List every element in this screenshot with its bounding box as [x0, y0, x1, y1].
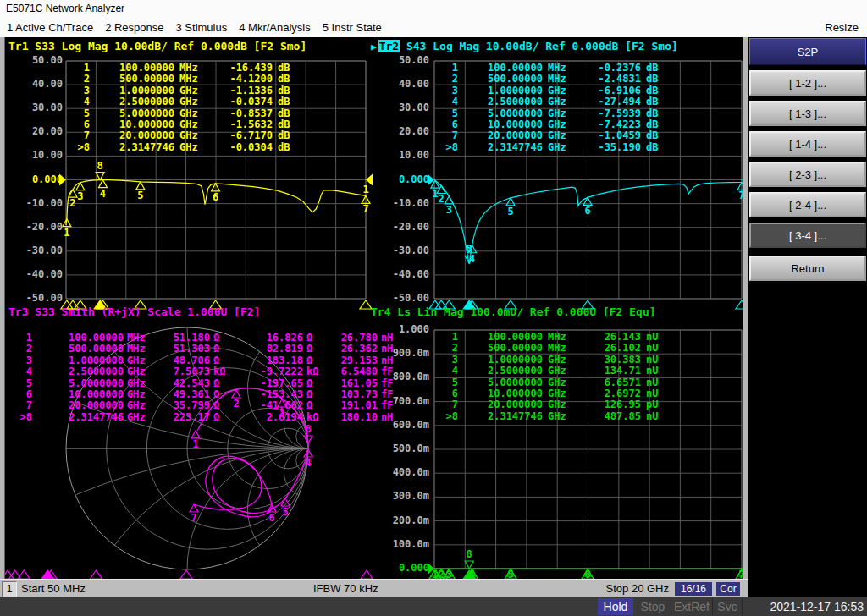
marker-8-icon[interactable]: 8	[96, 160, 104, 180]
marker-5-icon[interactable]: 5	[136, 182, 145, 201]
marker-table-row: 31.0000000GHz48.706Ω183.18Ω29.153nH	[14, 355, 401, 366]
trace-descriptor: S33 Smith (R+jX) Scale 1.000U [F2]	[28, 305, 260, 318]
marker-3-icon[interactable]: 3	[76, 183, 85, 202]
y-axis-label: 100.0m	[378, 538, 429, 550]
y-axis-label: 1.000	[378, 323, 429, 335]
marker-table-row: >82.3147746GHz223.17Ω2.6194kΩ180.10nH	[14, 411, 401, 422]
y-axis-label: 800.0m	[378, 371, 429, 382]
stop-indicator: Stop	[635, 598, 671, 615]
trace-title-tr1[interactable]: Tr1 S33 Log Mag 10.00dB/ Ref 0.000dB [F2…	[8, 40, 306, 52]
trace-name: Tr2	[378, 40, 400, 52]
marker-table-row: 31.0000000GHz-1.1336dB	[73, 85, 303, 96]
svg-text:6: 6	[268, 512, 274, 524]
svg-text:5: 5	[507, 206, 513, 217]
marker-8-icon[interactable]: 8	[465, 548, 473, 569]
stimulus-marker-icon[interactable]	[90, 570, 102, 579]
softkey-2-4[interactable]: [ 2-4 ]...	[749, 192, 866, 217]
trace-descriptor: Ls Lin Mag 100.0mU/ Ref 0.000U [F2 Equ]	[390, 305, 655, 318]
marker-table-row: 31.0000000GHz-6.9106dB	[441, 85, 671, 96]
y-axis-label: 30.00	[378, 102, 429, 113]
marker-table-row: 42.5000000GHz134.71nU	[441, 365, 671, 376]
y-axis-label: -30.00	[12, 245, 63, 256]
y-axis-label: 20.00	[12, 125, 63, 137]
svg-text:1: 1	[192, 438, 198, 450]
trace-descriptor: S33 Log Mag 10.00dB/ Ref 0.000dB [F2 Smo…	[28, 40, 306, 52]
marker-7-icon[interactable]: 7	[190, 504, 198, 524]
trigger-hold-indicator: Hold	[598, 598, 633, 615]
marker-table-row: 2500.00000MHz26.102nU	[441, 342, 671, 353]
svg-text:6: 6	[584, 205, 590, 217]
marker-table-row: 2500.00000MHz51.303Ω82.819Ω26.362nH	[14, 343, 401, 354]
svg-text:2: 2	[69, 197, 75, 209]
start-frequency: Start 50 MHz	[21, 582, 86, 595]
channel-number: 1	[2, 581, 17, 597]
marker-table-row: 1100.00000MHz51.180Ω16.826Ω26.780nH	[14, 332, 401, 343]
y-axis-label: 10.00	[378, 149, 429, 161]
y-axis-label: 50.00	[12, 54, 63, 66]
svg-text:7: 7	[362, 203, 368, 215]
svg-text:8: 8	[97, 160, 103, 172]
y-axis-label: -20.00	[12, 221, 63, 233]
stimulus-marker-icon[interactable]	[360, 300, 372, 309]
softkey-header-s2p: S2P	[749, 38, 866, 65]
marker-table-row: 1100.00000MHz-16.439dB	[73, 62, 303, 73]
svg-text:4: 4	[305, 457, 311, 469]
marker-table-row: 42.5000000GHz-27.494dB	[441, 96, 671, 107]
marker-3-icon[interactable]: 3	[445, 196, 453, 216]
extref-indicator: ExtRef	[671, 598, 713, 615]
y-axis-label: 900.0m	[378, 347, 429, 359]
svg-text:1: 1	[362, 184, 368, 195]
marker-table-row: 610.000000GHz-1.5632dB	[73, 118, 303, 129]
y-axis-label: -10.00	[12, 197, 63, 209]
softkey-1-4[interactable]: [ 1-4 ]...	[749, 131, 866, 157]
y-axis-label: 400.0m	[378, 466, 429, 478]
marker-table-row: 42.5000000GHz7.5073kΩ-9.7222kΩ6.5480fF	[14, 366, 401, 377]
marker-table-row: 720.000000GHz-6.7170dB	[73, 129, 303, 140]
marker-table-row: 55.0000000GHz42.543Ω-197.65Ω161.05fF	[14, 377, 401, 388]
marker-4-icon[interactable]: 4	[98, 180, 107, 200]
marker-table-row: 610.000000GHz2.6972nU	[441, 388, 671, 399]
trace-name: Tr1	[8, 40, 28, 52]
marker-table-row: 720.000000GHz35.799Ω-41.662Ω191.01fF	[14, 399, 401, 410]
softkey-return[interactable]: Return	[749, 256, 866, 281]
marker-table-row: 720.000000GHz-1.0459dB	[441, 129, 671, 140]
y-axis-label: -30.00	[378, 245, 429, 256]
y-axis-label: 0.000	[12, 173, 63, 185]
trace-title-tr2[interactable]: ▶Tr2 S43 Log Mag 10.00dB/ Ref 0.000dB [F…	[371, 40, 678, 52]
stimulus-marker-icon[interactable]	[180, 570, 192, 579]
y-axis-label: 10.00	[12, 149, 63, 161]
stop-frequency: Stop 20 GHz	[525, 582, 669, 595]
svg-text:2: 2	[439, 193, 445, 205]
vna-screen: E5071C Network Analyzer 1 Active Ch/Trac…	[0, 0, 867, 616]
marker-1-icon[interactable]: 1	[191, 431, 200, 450]
y-axis-label: 30.00	[12, 102, 63, 113]
trace-title-tr3[interactable]: Tr3 S33 Smith (R+jX) Scale 1.000U [F2]	[8, 305, 260, 318]
softkey-3-4[interactable]: [ 3-4 ]...	[749, 223, 866, 248]
marker-table-row: 1100.00000MHz-0.2376dB	[441, 62, 671, 73]
y-axis-label: -20.00	[378, 221, 429, 233]
y-axis-label: -40.00	[378, 268, 429, 280]
softkey-1-2[interactable]: [ 1-2 ]...	[749, 70, 866, 96]
svg-text:5: 5	[137, 190, 143, 201]
stimulus-marker-icon[interactable]	[361, 570, 373, 579]
y-axis-label: 0.000	[378, 562, 429, 574]
svg-text:5: 5	[282, 506, 288, 518]
marker-table-row: 610.000000GHz-7.4223dB	[441, 118, 671, 129]
marker-table-row: 55.0000000GHz-7.5939dB	[441, 107, 671, 118]
y-axis-label: 20.00	[378, 125, 429, 137]
softkey-1-3[interactable]: [ 1-3 ]...	[749, 101, 866, 126]
y-axis-label: 0.000	[378, 173, 429, 185]
marker-5-icon[interactable]: 5	[506, 198, 515, 217]
trace-title-tr4[interactable]: Tr4 Ls Lin Mag 100.0mU/ Ref 0.000U [F2 E…	[371, 305, 656, 318]
correction-badge: Cor	[716, 582, 740, 596]
trace-name: Tr3	[8, 305, 28, 318]
marker-table-row: >82.3147746GHz487.85nU	[441, 410, 671, 421]
svg-text:1: 1	[64, 227, 69, 239]
y-axis-label: 40.00	[12, 78, 63, 90]
marker-table-row: >82.3147746GHz-35.190dB	[441, 141, 671, 152]
softkey-menu: S2P [ 1-2 ]... [ 1-3 ]... [ 1-4 ]... [ 2…	[748, 37, 867, 579]
trace-name: Tr4	[371, 305, 390, 318]
softkey-2-3[interactable]: [ 2-3 ]...	[749, 162, 866, 187]
active-trace-arrow-icon: ▶	[371, 41, 377, 52]
marker-table-row: 1100.00000MHz26.143nU	[441, 331, 671, 342]
